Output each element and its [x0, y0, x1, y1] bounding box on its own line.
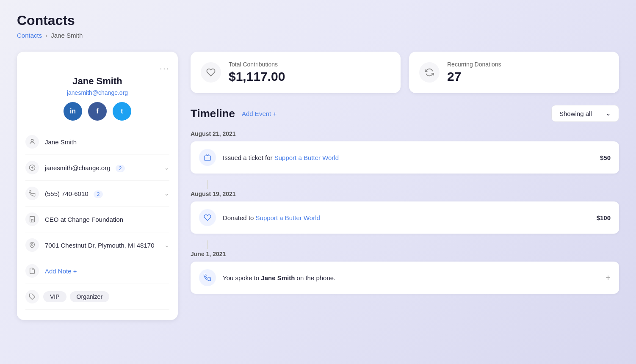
- total-contributions-value: $1,117.00: [229, 69, 285, 84]
- add-note-field[interactable]: Add Note +: [25, 258, 169, 284]
- ticket-event-text: Issued a ticket for Support a Butter Wor…: [223, 154, 593, 161]
- total-contributions-label: Total Contributions: [229, 61, 285, 68]
- facebook-icon: f: [96, 108, 98, 115]
- facebook-button[interactable]: f: [88, 102, 107, 121]
- contact-address-field[interactable]: 7001 Chestnut Dr, Plymouth, MI 48170 ⌄: [25, 232, 169, 258]
- linkedin-icon: in: [70, 108, 76, 115]
- social-icons: in f t: [25, 102, 169, 121]
- twitter-button[interactable]: t: [113, 102, 131, 121]
- timeline-connector-1: [207, 180, 208, 189]
- donation-icon: [199, 209, 216, 226]
- card-menu-button[interactable]: ...: [25, 62, 169, 72]
- contact-job-field: CEO at Change Foundation: [25, 207, 169, 232]
- recurring-donations-value: 27: [447, 69, 501, 84]
- tag-icon: [25, 290, 39, 303]
- breadcrumb-separator: ›: [45, 32, 47, 39]
- recurring-donations-card: Recurring Donations 27: [409, 52, 619, 93]
- ticket-icon: [199, 149, 216, 166]
- donation-event-text: Donated to Support a Butter World: [223, 214, 590, 221]
- tag-organizer[interactable]: Organizer: [70, 291, 109, 302]
- contact-phone-value: (555) 740-6010 2: [45, 190, 158, 197]
- main-layout: ... Jane Smith janesmith@change.org in f…: [17, 52, 619, 320]
- stats-row: Total Contributions $1,117.00 Recurring …: [191, 52, 619, 93]
- timeline-group-jun1: June 1, 2021 You spoke to Jane Smith on …: [191, 251, 619, 294]
- add-event-button[interactable]: Add Event +: [242, 110, 277, 117]
- timeline-date-jun1: June 1, 2021: [191, 251, 619, 257]
- phone-count-badge: 2: [94, 190, 103, 198]
- total-contributions-card: Total Contributions $1,117.00: [191, 52, 401, 93]
- svg-point-3: [31, 244, 33, 245]
- timeline-event-donation: Donated to Support a Butter World $100: [191, 201, 619, 234]
- phone-call-icon: [199, 269, 216, 286]
- linkedin-button[interactable]: in: [64, 102, 82, 121]
- twitter-icon: t: [121, 108, 123, 115]
- contact-job-value: CEO at Change Foundation: [45, 216, 169, 223]
- recurring-icon: [419, 62, 440, 83]
- contact-card: ... Jane Smith janesmith@change.org in f…: [17, 52, 178, 320]
- timeline-title-group: Timeline Add Event +: [191, 107, 277, 120]
- contact-email-field[interactable]: janesmith@change.org 2 ⌄: [25, 155, 169, 181]
- timeline-date-aug21: August 21, 2021: [191, 130, 619, 137]
- heart-icon: [201, 62, 221, 83]
- tags-container: VIP Organizer: [43, 291, 109, 302]
- contact-name-field: Jane Smith: [25, 129, 169, 155]
- email-chevron-icon: ⌄: [164, 164, 169, 171]
- ticket-event-amount: $50: [600, 154, 611, 161]
- svg-rect-5: [205, 156, 211, 160]
- contact-name-section: Jane Smith janesmith@change.org in f t: [25, 76, 169, 121]
- phone-chevron-icon: ⌄: [164, 190, 169, 197]
- address-chevron-icon: ⌄: [164, 242, 169, 248]
- donation-event-amount: $100: [597, 214, 611, 221]
- tags-row: VIP Organizer: [25, 284, 169, 310]
- person-icon: [25, 135, 39, 149]
- timeline-date-aug19: August 19, 2021: [191, 190, 619, 197]
- page-title: Contacts: [17, 13, 619, 28]
- note-icon: [25, 264, 39, 278]
- recurring-donations-label: Recurring Donations: [447, 61, 501, 68]
- timeline-event-ticket: Issued a ticket for Support a Butter Wor…: [191, 141, 619, 174]
- timeline-connector-2: [207, 240, 208, 249]
- contact-email[interactable]: janesmith@change.org: [25, 89, 169, 96]
- contact-phone-field[interactable]: (555) 740-6010 2 ⌄: [25, 181, 169, 207]
- email-icon: [25, 161, 39, 174]
- phone-event-text: You spoke to Jane Smith on the phone.: [223, 274, 599, 281]
- breadcrumb-parent[interactable]: Contacts: [17, 32, 42, 39]
- breadcrumb: Contacts › Jane Smith: [17, 32, 619, 39]
- phone-event-add-button[interactable]: +: [606, 273, 611, 283]
- phone-icon: [25, 187, 39, 200]
- add-note-button[interactable]: Add Note +: [45, 267, 77, 275]
- contact-address-value: 7001 Chestnut Dr, Plymouth, MI 48170: [45, 242, 158, 249]
- showing-dropdown[interactable]: Showing all ⌄: [551, 105, 619, 122]
- building-icon: [25, 212, 39, 226]
- email-count-badge: 2: [116, 165, 125, 172]
- recurring-donations-info: Recurring Donations 27: [447, 61, 501, 84]
- contact-name-value: Jane Smith: [45, 138, 169, 146]
- timeline-event-phone: You spoke to Jane Smith on the phone. +: [191, 262, 619, 294]
- timeline-title: Timeline: [191, 107, 235, 120]
- contact-name: Jane Smith: [25, 76, 169, 87]
- timeline-header: Timeline Add Event + Showing all ⌄: [191, 105, 619, 122]
- total-contributions-info: Total Contributions $1,117.00: [229, 61, 285, 84]
- tag-vip[interactable]: VIP: [43, 291, 66, 302]
- ticket-event-link[interactable]: Support a Butter World: [274, 154, 339, 161]
- right-panel: Total Contributions $1,117.00 Recurring …: [191, 52, 619, 301]
- dropdown-chevron-icon: ⌄: [606, 110, 611, 117]
- svg-point-0: [31, 139, 33, 141]
- location-icon: [25, 238, 39, 252]
- breadcrumb-current: Jane Smith: [51, 32, 83, 39]
- timeline-group-aug21: August 21, 2021 Issued a ticket for Supp…: [191, 130, 619, 174]
- timeline-group-aug19: August 19, 2021 Donated to Support a But…: [191, 190, 619, 234]
- donation-event-link[interactable]: Support a Butter World: [256, 214, 320, 221]
- showing-label: Showing all: [559, 110, 592, 117]
- contact-email-value: janesmith@change.org 2: [45, 164, 158, 171]
